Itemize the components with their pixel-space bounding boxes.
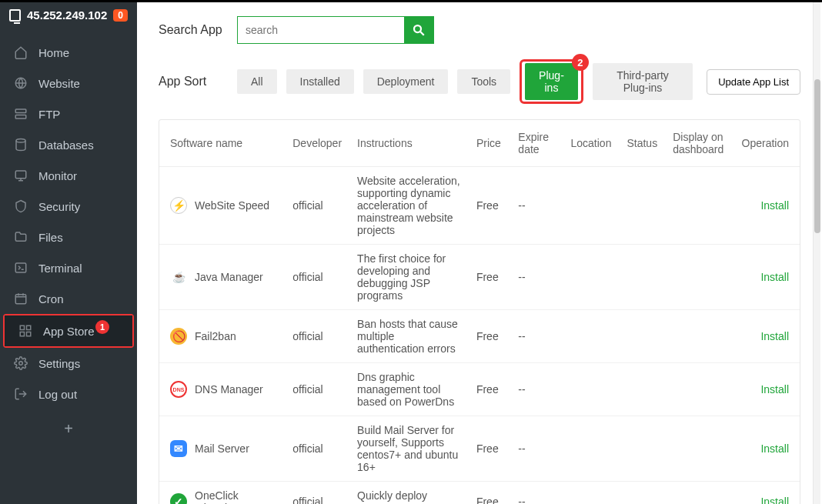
sidebar-item-label: Security — [38, 200, 123, 213]
svg-point-11 — [19, 362, 23, 365]
svg-line-13 — [420, 32, 424, 35]
sort-btn-plug-ins[interactable]: Plug-ins — [525, 63, 578, 100]
display-cell — [665, 416, 733, 482]
sort-btn-installed[interactable]: Installed — [286, 69, 354, 94]
install-button[interactable]: Install — [760, 383, 789, 396]
sidebar-item-label: Files — [38, 231, 123, 244]
sidebar-item-monitor[interactable]: Monitor — [0, 160, 137, 191]
install-button[interactable]: Install — [760, 199, 789, 212]
col-price: Price — [469, 120, 510, 167]
developer-cell: official — [285, 363, 349, 416]
globe-icon — [14, 76, 28, 90]
sidebar-item-label: Monitor — [38, 169, 123, 182]
logout-icon — [14, 387, 28, 401]
app-icon: ☕ — [170, 269, 187, 285]
location-cell — [563, 245, 620, 310]
add-nav-button[interactable]: + — [0, 409, 137, 449]
sidebar-item-cron[interactable]: Cron — [0, 283, 137, 314]
install-button[interactable]: Install — [760, 496, 789, 504]
app-name: WebSite Speed — [195, 199, 269, 212]
expire-cell: -- — [510, 363, 563, 416]
search-label: Search App — [159, 23, 223, 37]
display-cell — [665, 167, 733, 245]
sort-row: App Sort AllInstalledDeploymentToolsPlug… — [159, 59, 800, 104]
sort-btn-third-party-plug-ins[interactable]: Third-party Plug-ins — [593, 63, 693, 100]
search-button[interactable] — [404, 17, 433, 43]
col-expire-date: Expire date — [510, 120, 563, 167]
price-cell: Free — [469, 310, 510, 363]
developer-cell: official — [285, 167, 349, 245]
svg-rect-2 — [15, 115, 26, 119]
table-row: ✉Mail Server official Build Mail Server … — [159, 416, 800, 482]
update-app-list-button[interactable]: Update App List — [707, 69, 800, 95]
display-cell — [665, 310, 733, 363]
display-cell — [665, 245, 733, 310]
sort-btn-deployment[interactable]: Deployment — [363, 69, 449, 94]
sort-btn-tools[interactable]: Tools — [457, 69, 510, 94]
gear-icon — [14, 356, 28, 370]
price-cell: Free — [469, 482, 510, 505]
sidebar-item-label: FTP — [38, 108, 123, 121]
instructions-cell: Quickly deploy common programs — [349, 482, 469, 505]
table-row: ☕Java Manager official The first choice … — [159, 245, 800, 310]
notif-badge[interactable]: 0 — [113, 9, 128, 22]
developer-cell: official — [285, 482, 349, 505]
search-wrap — [237, 16, 434, 44]
home-icon — [14, 45, 28, 59]
col-location: Location — [563, 120, 620, 167]
sidebar-item-files[interactable]: Files — [0, 222, 137, 252]
table-row: DNSDNS Manager official Dns graphic mana… — [159, 363, 800, 416]
main-content: Search App App Sort AllInstalledDeployme… — [137, 2, 822, 504]
install-button[interactable]: Install — [760, 271, 789, 283]
scrollbar-thumb[interactable] — [814, 79, 820, 233]
server-ip: 45.252.249.102 — [27, 8, 107, 22]
instructions-cell: Dns graphic management tool based on Pow… — [349, 363, 469, 416]
install-button[interactable]: Install — [760, 442, 789, 455]
sidebar-item-home[interactable]: Home — [0, 37, 137, 68]
svg-rect-10 — [27, 332, 31, 336]
app-icon: ✓ — [170, 493, 187, 504]
sidebar-item-website[interactable]: Website — [0, 68, 137, 98]
col-software-name: Software name — [159, 120, 285, 167]
app-icon: 🚫 — [170, 328, 187, 345]
grid-icon — [18, 324, 32, 338]
app-icon: DNS — [170, 381, 187, 398]
sidebar-item-security[interactable]: Security — [0, 191, 137, 222]
sidebar-item-ftp[interactable]: FTP — [0, 98, 137, 129]
status-cell — [619, 363, 665, 416]
cron-icon — [14, 292, 28, 305]
developer-cell: official — [285, 245, 349, 310]
status-cell — [619, 482, 665, 505]
sidebar-item-label: Terminal — [38, 262, 123, 275]
monitor-icon — [14, 169, 28, 182]
install-button[interactable]: Install — [760, 330, 789, 342]
step-badge-2: 2 — [572, 54, 589, 71]
table-row: 🚫Fail2ban official Ban hosts that cause … — [159, 310, 800, 363]
col-operation: Operation — [733, 120, 800, 167]
svg-rect-6 — [15, 295, 26, 304]
sort-btn-all[interactable]: All — [237, 69, 277, 94]
svg-rect-8 — [27, 325, 31, 329]
sidebar-item-log-out[interactable]: Log out — [0, 379, 137, 409]
location-cell — [563, 310, 620, 363]
scrollbar[interactable] — [813, 2, 820, 504]
search-input[interactable] — [238, 17, 404, 43]
sidebar-item-databases[interactable]: Databases — [0, 129, 137, 160]
sidebar-item-terminal[interactable]: Terminal — [0, 252, 137, 283]
col-developer: Developer — [285, 120, 349, 167]
instructions-cell: The first choice for developing and debu… — [349, 245, 469, 310]
shield-icon — [14, 199, 28, 213]
terminal-icon — [14, 261, 28, 275]
sidebar-item-label: Cron — [38, 292, 123, 305]
apps-table: Software nameDeveloperInstructionsPriceE… — [159, 120, 800, 504]
svg-rect-9 — [20, 332, 24, 336]
app-name: Java Manager — [195, 271, 263, 283]
price-cell: Free — [469, 167, 510, 245]
sidebar-item-app-store[interactable]: App Store1 — [5, 315, 132, 346]
sidebar: 45.252.249.102 0 HomeWebsiteFTPDatabases… — [0, 2, 137, 504]
status-cell — [619, 167, 665, 245]
sidebar-item-settings[interactable]: Settings — [0, 348, 137, 379]
svg-point-3 — [16, 139, 25, 143]
col-status: Status — [619, 120, 665, 167]
sort-buttons: AllInstalledDeploymentToolsPlug-ins2Thir… — [237, 59, 693, 104]
